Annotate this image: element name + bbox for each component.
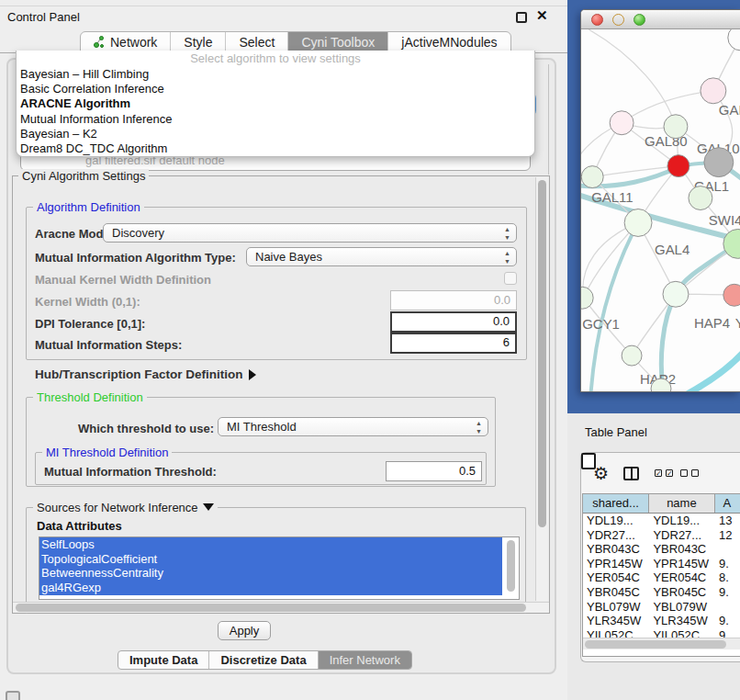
network-node-GAL10[interactable] [664,115,688,139]
close-traffic-icon[interactable] [591,14,603,26]
screen: Control Panel ✕ Network Style Select Cyn… [0,0,740,700]
zoom-traffic-icon[interactable] [633,14,645,26]
network-edge[interactable] [589,29,676,127]
tab-label: Impute Data [129,653,197,667]
dropdown-item[interactable]: Mutual Information Inference [17,112,534,127]
tab-cyni-toolbox[interactable]: Cyni Toolbox [288,32,388,52]
mi-threshold-label: Mutual Information Threshold: [44,465,217,479]
sources-toggle[interactable]: Sources for Network Inference [33,501,218,514]
table-row[interactable]: YBL079WYBL079W [583,600,740,615]
network-node-GAL4[interactable] [624,209,652,237]
tab-label: Select [239,35,275,50]
network-node-HAP4[interactable] [663,281,689,307]
network-node-GAL11[interactable] [581,166,603,188]
dropdown-item[interactable]: ARACNE Algorithm [17,96,534,111]
column-header-shared[interactable]: shared... [583,494,649,513]
network-edge[interactable] [590,222,638,392]
tab-infer-network[interactable]: Infer Network [319,651,411,669]
float-window-icon[interactable] [516,12,527,23]
gear-icon[interactable]: ⚙ [593,463,609,484]
dropdown-item[interactable]: Bayesian – K2 [17,127,534,141]
tab-network[interactable]: Network [81,32,171,52]
network-node-Y[interactable] [723,284,740,306]
dropdown-item[interactable]: Basic Correlation Inference [17,82,534,96]
collapsed-panel-icon[interactable] [6,691,20,700]
table-row[interactable]: YBR045CYBR045C9. [583,585,740,600]
mi-type-combo[interactable]: Naive Bayes ▲▼ [246,247,517,266]
table-cell: 8. [715,570,740,585]
settings-vscrollbar-thumb[interactable] [538,180,546,527]
attribute-list-item[interactable]: TopologicalCoefficient [39,552,502,567]
tab-impute-data[interactable]: Impute Data [118,651,209,669]
dpi-tolerance-field[interactable]: 0.0 [390,311,517,333]
split-columns-icon[interactable] [623,467,639,480]
checked-column-icon[interactable]: ✓ [655,469,662,477]
apply-button[interactable]: Apply [218,621,271,640]
table-row[interactable]: YER054CYER054C8. [583,570,740,585]
dropdown-item[interactable]: Dream8 DC_TDC Algorithm [17,141,534,156]
list-scrollbar[interactable] [507,540,515,592]
mi-threshold-field[interactable]: 0.5 [386,461,482,481]
network-window[interactable]: GALGAL80GAL10GAL1GAL11SWI4GAL4GCY1HAP4YH… [580,9,740,392]
network-node-GAL80[interactable] [610,111,633,135]
table-hscrollbar-thumb[interactable] [585,640,726,649]
table-cell [715,600,740,615]
network-icon [94,36,106,49]
network-edge[interactable] [682,351,740,392]
column-header-name[interactable]: name [649,494,714,513]
column-header-next[interactable]: A [715,494,740,513]
mi-steps-field[interactable]: 6 [390,333,517,354]
node-table: shared... name A YDL19...YDL19...13YDR27… [582,493,740,657]
table-row[interactable]: YLR345WYLR345W9. [583,614,740,628]
network-node-HAP2[interactable] [622,345,642,366]
network-node-SWI4[interactable] [689,186,712,210]
tab-select[interactable]: Select [226,32,288,52]
dropdown-item[interactable]: Bayesian – Hill Climbing [17,67,534,82]
hidden-groupbox-edge [548,64,549,175]
node-label: GAL [719,102,740,118]
group-title: MI Threshold Definition [42,446,172,459]
table-row[interactable]: YDR27...YDR27...12 [583,528,740,543]
network-node-GCY1[interactable] [581,287,593,309]
settings-hscrollbar-thumb[interactable] [16,604,526,612]
table-hscrollbar[interactable] [583,638,740,649]
table-cell: YPR145W [583,557,649,571]
close-icon[interactable]: ✕ [536,7,548,24]
network-node[interactable] [728,29,740,51]
network-node-GAL[interactable] [701,78,726,104]
data-attributes-list[interactable]: SelfLoopsTopologicalCoefficientBetweenne… [39,536,520,600]
table-cell: YBR043C [583,542,649,557]
node-label: HAP4 [694,315,730,331]
table-cell: YDR27... [649,528,715,543]
node-label: SWI4 [709,212,740,228]
unchecked-column-icon[interactable] [691,469,699,477]
tab-label: Infer Network [330,653,400,667]
table-cell: 9. [715,614,740,628]
tab-discretize-data[interactable]: Discretize Data [209,651,318,669]
table-cell: YDL19... [649,514,715,528]
dropdown-items: Bayesian – Hill ClimbingBasic Correlatio… [17,67,534,156]
table-cell: 13 [715,514,740,528]
minimize-traffic-icon[interactable] [612,14,624,26]
table-cell: YDR27... [583,528,649,543]
which-threshold-combo[interactable]: MI Threshold ▲▼ [218,417,488,436]
network-node[interactable] [704,148,734,177]
hub-definition-toggle[interactable]: Hub/Transcription Factor Definition [35,367,256,381]
aracne-mode-combo[interactable]: Discovery ▲▼ [103,223,517,243]
table-row[interactable]: YDL19...YDL19...13 [583,514,740,528]
attribute-list-item[interactable]: BetweennessCentrality [39,566,502,581]
table-cell: YDL19... [583,514,649,528]
network-canvas[interactable]: GALGAL80GAL10GAL1GAL11SWI4GAL4GCY1HAP4YH… [581,29,740,392]
attribute-list-item[interactable]: SelfLoops [39,537,502,552]
checked-column-icon[interactable]: ✓ [666,469,673,477]
table-row[interactable]: YPR145WYPR145W9. [583,557,740,571]
table-cell: YER054C [649,570,715,585]
table-row[interactable]: YBR043CYBR043C [583,542,740,557]
attribute-list-item[interactable]: gal4RGexp [39,581,502,595]
unchecked-column-icon[interactable] [680,469,688,477]
network-window-titlebar[interactable] [581,10,740,29]
tab-jactivemnodules[interactable]: jActiveMNodules [388,32,510,52]
network-node-GAL1[interactable] [667,155,690,177]
tab-style[interactable]: Style [171,32,226,52]
manual-kernel-checkbox[interactable] [504,272,517,285]
